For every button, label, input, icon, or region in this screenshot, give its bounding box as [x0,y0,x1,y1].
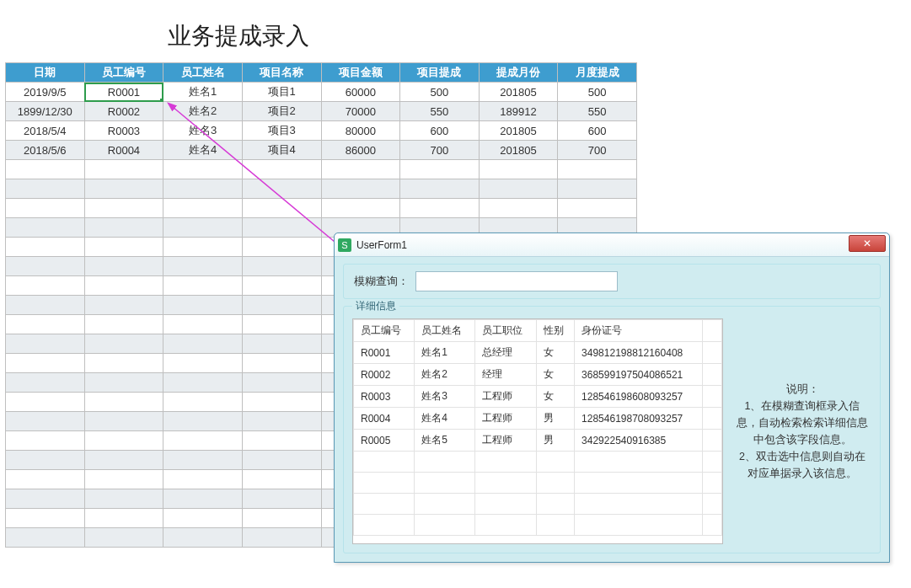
emp-column-header[interactable]: 员工职位 [475,320,536,342]
sheet-cell[interactable] [242,296,321,315]
employee-grid[interactable]: 员工编号员工姓名员工职位性别身份证号 R0001姓名1总经理女349812198… [352,318,723,544]
sheet-cell[interactable] [84,257,163,276]
sheet-cell[interactable] [479,199,558,218]
sheet-cell[interactable]: 700 [400,141,480,160]
emp-column-header[interactable]: 身份证号 [575,320,703,342]
sheet-cell[interactable]: 姓名4 [163,141,243,160]
emp-cell[interactable]: R0002 [354,364,415,386]
sheet-cell[interactable] [163,470,243,489]
sheet-cell[interactable] [84,528,163,548]
sheet-cell[interactable] [242,373,321,393]
sheet-cell[interactable]: 700 [558,141,637,160]
sheet-cell[interactable]: 500 [558,83,637,102]
sheet-cell[interactable] [84,334,163,354]
sheet-cell[interactable] [163,218,243,238]
sheet-cell[interactable] [400,199,480,218]
sheet-cell[interactable] [6,489,85,509]
sheet-cell[interactable] [242,179,321,199]
sheet-cell[interactable] [6,218,85,238]
sheet-cell[interactable] [84,160,163,179]
sheet-cell[interactable] [163,373,243,393]
sheet-column-header[interactable]: 项目提成 [400,63,480,83]
sheet-cell[interactable] [163,199,243,218]
sheet-cell[interactable] [6,238,85,257]
sheet-cell[interactable] [163,393,243,412]
sheet-cell[interactable] [242,160,321,179]
sheet-cell[interactable]: 姓名2 [163,102,243,121]
sheet-cell[interactable] [6,528,85,548]
sheet-cell[interactable] [558,199,637,218]
sheet-cell[interactable]: R0004 [84,141,163,160]
sheet-cell[interactable] [84,218,163,238]
sheet-cell[interactable] [242,315,321,334]
emp-cell[interactable]: R0001 [354,342,415,364]
sheet-cell[interactable]: 500 [400,83,480,102]
emp-cell[interactable]: 128546198708093257 [575,408,703,430]
sheet-column-header[interactable]: 月度提成 [558,63,637,83]
sheet-cell[interactable] [242,199,321,218]
sheet-cell[interactable]: 项目3 [242,121,321,141]
sheet-cell[interactable] [84,199,163,218]
sheet-cell[interactable] [84,489,163,509]
emp-cell[interactable]: 姓名4 [415,408,475,430]
sheet-cell[interactable] [242,334,321,354]
sheet-cell[interactable] [6,393,85,412]
sheet-cell[interactable] [321,160,400,179]
sheet-cell[interactable] [242,412,321,431]
sheet-cell[interactable]: 550 [400,102,480,121]
sheet-cell[interactable] [242,393,321,412]
emp-column-header[interactable]: 员工姓名 [415,320,475,342]
sheet-cell[interactable] [84,238,163,257]
sheet-cell[interactable] [84,296,163,315]
sheet-cell[interactable] [84,451,163,470]
sheet-cell[interactable]: 550 [558,102,637,121]
emp-cell[interactable]: 349812198812160408 [575,342,703,364]
sheet-cell[interactable]: 86000 [321,141,400,160]
sheet-cell[interactable] [242,451,321,470]
sheet-column-header[interactable]: 员工姓名 [163,63,243,83]
sheet-cell[interactable]: 姓名1 [163,83,243,102]
sheet-cell[interactable] [84,431,163,451]
sheet-column-header[interactable]: 员工编号 [84,63,163,83]
sheet-cell[interactable] [400,179,480,199]
sheet-cell[interactable] [242,257,321,276]
sheet-cell[interactable] [163,354,243,373]
sheet-cell[interactable]: 1899/12/30 [6,102,85,121]
sheet-cell[interactable]: 2018/5/4 [6,121,85,141]
sheet-cell[interactable] [84,470,163,489]
sheet-cell[interactable]: 201805 [479,141,558,160]
emp-cell[interactable]: 姓名1 [415,342,475,364]
sheet-cell[interactable] [6,276,85,296]
sheet-cell[interactable] [84,412,163,431]
sheet-cell[interactable] [242,238,321,257]
sheet-cell[interactable] [84,276,163,296]
sheet-cell[interactable] [163,509,243,528]
close-button[interactable]: ✕ [849,235,886,252]
sheet-cell[interactable]: 70000 [321,102,400,121]
sheet-cell[interactable]: 201805 [479,83,558,102]
sheet-cell[interactable] [84,509,163,528]
sheet-cell[interactable] [6,315,85,334]
sheet-cell[interactable] [242,218,321,238]
sheet-cell[interactable] [242,431,321,451]
sheet-cell[interactable]: 600 [400,121,480,141]
sheet-cell[interactable] [242,489,321,509]
sheet-cell[interactable] [84,354,163,373]
sheet-cell[interactable]: 2018/5/6 [6,141,85,160]
sheet-cell[interactable] [84,179,163,199]
emp-cell[interactable]: 工程师 [475,408,536,430]
emp-cell[interactable]: 男 [536,408,575,430]
emp-cell[interactable]: 女 [536,342,575,364]
emp-cell[interactable]: 男 [536,430,575,452]
sheet-cell[interactable] [6,373,85,393]
window-titlebar[interactable]: S UserForm1 ✕ [335,233,889,257]
emp-row[interactable]: R0003姓名3工程师女128546198608093257 [354,386,722,408]
emp-cell[interactable]: 姓名5 [415,430,475,452]
sheet-cell[interactable]: 2019/9/5 [6,83,85,102]
sheet-cell[interactable] [163,179,243,199]
sheet-cell[interactable] [6,296,85,315]
emp-cell[interactable]: 工程师 [475,386,536,408]
sheet-cell[interactable] [6,199,85,218]
emp-cell[interactable]: 经理 [475,364,536,386]
sheet-cell[interactable] [6,160,85,179]
